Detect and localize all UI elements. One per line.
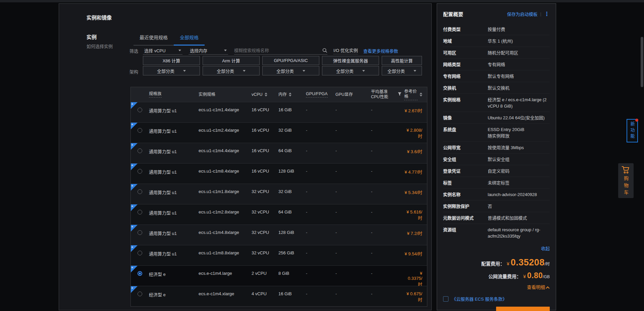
search-icon[interactable] [322, 48, 327, 53]
arch-subcategory-select[interactable]: 全部分类 [382, 66, 422, 75]
sort-icon[interactable] [420, 92, 422, 97]
spec-radio[interactable] [138, 189, 142, 194]
cart-icon [622, 166, 630, 174]
arch-category-column: X86 计算全部分类 [143, 56, 200, 75]
new-feature-badge[interactable]: 新功能 [627, 119, 638, 142]
shopping-cart-button[interactable]: 购物车 [618, 163, 634, 198]
header-cell[interactable]: 内存 [276, 92, 303, 97]
summary-item: 元数据访问模式普通模式和加固模式 [443, 212, 550, 224]
spec-row[interactable]: +经济型 eecs.e-c1m4.xlarge4 vCPU16 GiB---¥ … [131, 286, 427, 306]
spec-search-box [234, 47, 327, 55]
expand-corner-icon[interactable]: + [131, 143, 138, 150]
arch-category-button[interactable]: 高性能计算 [382, 56, 422, 65]
arch-subcategory-select[interactable]: 全部分类 [322, 66, 379, 75]
arch-subcategory-select[interactable]: 全部分类 [203, 66, 260, 75]
cell-family: 通用算力型 u1 [146, 102, 196, 114]
spec-table: 规格族实例规格vCPU内存GPU/FPGAGPU显存平均基准CPU性能参考价格 … [130, 87, 427, 307]
arch-category-button[interactable]: GPU/FPGA/ASIC [262, 56, 319, 65]
spec-radio[interactable] [138, 230, 142, 235]
spec-radio[interactable] [138, 169, 142, 174]
expand-corner-icon[interactable]: + [131, 184, 138, 191]
expand-corner-icon[interactable]: + [131, 204, 138, 211]
confirm-order-button[interactable]: 确认下单 [496, 307, 550, 311]
terms-checkbox[interactable] [443, 296, 448, 302]
cell-gpu: - [303, 225, 333, 235]
summary-item: 安全组默认安全组 [443, 153, 550, 165]
spec-radio[interactable] [138, 292, 142, 296]
vcpu-select[interactable]: 选择 vCPU [143, 47, 182, 55]
expand-corner-icon[interactable]: + [131, 164, 138, 170]
arch-category-button[interactable]: Arm 计算 [203, 56, 260, 65]
expand-corner-icon[interactable]: + [131, 225, 138, 232]
config-summary-panel: 配置概要 保存为启动模板 | ⋮ 付费类型按量付费地域华东 1 (杭州)可用区随… [437, 3, 556, 310]
spec-radio[interactable] [138, 148, 142, 153]
how-to-choose-link[interactable]: 如何选择实例 [87, 43, 113, 49]
summary-item-value: 默认专有网络 [488, 73, 550, 79]
filter-label: 筛选 [129, 48, 138, 54]
spec-radio[interactable] [138, 271, 142, 276]
plus-icon: + [131, 102, 133, 106]
arch-category-button[interactable]: 弹性裸金属服务器 [322, 56, 379, 65]
header-cell[interactable]: vCPU [249, 92, 276, 97]
summary-item: 实例释放保护否 [443, 200, 550, 212]
spec-radio[interactable] [138, 210, 142, 214]
header-cell[interactable]: 平均基准CPU性能 [368, 89, 401, 100]
spec-row[interactable]: +通用算力型 u1ecs.u1-c1m4.8xlarge32 vCPU128 G… [131, 225, 427, 245]
expand-corner-icon[interactable]: + [131, 266, 138, 272]
summary-item-label: 交换机 [443, 85, 488, 91]
instance-image-card: 实例和镜像 实例 如何选择实例 最近使用规格 全部规格 筛选 选择 vCPU 选… [59, 3, 432, 310]
chevron-down-icon [178, 50, 181, 51]
tab-all-specs[interactable]: 全部规格 [174, 33, 205, 46]
spec-row[interactable]: +通用算力型 u1ecs.u1-c1m1.4xlarge16 vCPU16 Gi… [131, 102, 427, 122]
sort-icon[interactable] [265, 92, 267, 97]
spec-search-input[interactable] [234, 48, 315, 53]
spec-row[interactable]: +通用算力型 u1ecs.u1-c1m4.4xlarge16 vCPU64 Gi… [131, 143, 427, 163]
cell-spec: ecs.u1-c1m2.8xlarge [196, 204, 249, 214]
sort-icon[interactable] [289, 92, 291, 97]
cell-gpu: - [303, 266, 333, 276]
config-fee-unit: /时 [545, 262, 550, 266]
collapse-link[interactable]: 收起 [541, 246, 550, 251]
spec-row[interactable]: +通用算力型 u1ecs.u1-c1m2.8xlarge32 vCPU64 Gi… [131, 204, 427, 225]
cell-spec: ecs.u1-c1m1.4xlarge [196, 102, 249, 112]
ecs-purchase-page: 实例和镜像 实例 如何选择实例 最近使用规格 全部规格 筛选 选择 vCPU 选… [0, 0, 644, 311]
expand-corner-icon[interactable]: + [131, 102, 138, 109]
config-fee-value: 0.35208 [511, 257, 545, 267]
arch-category-button[interactable]: X86 计算 [143, 56, 200, 65]
summary-item-label: 元数据访问模式 [443, 215, 488, 221]
spec-radio[interactable] [138, 128, 142, 133]
tab-recent-specs[interactable]: 最近使用规格 [133, 33, 174, 46]
header-cell[interactable]: 参考价格 [401, 89, 427, 100]
spec-row[interactable]: +通用算力型 u1ecs.u1-c1m8.8xlarge32 vCPU256 G… [131, 245, 427, 265]
arch-label: 架构 [129, 68, 138, 75]
summary-item-value: 按使用流量 3Mbps [488, 144, 550, 151]
io-optimized-label[interactable]: I/O 优化实例 [333, 47, 358, 54]
spec-radio[interactable] [138, 251, 142, 255]
spec-row[interactable]: +通用算力型 u1ecs.u1-c1m1.8xlarge32 vCPU32 Gi… [131, 184, 427, 204]
summary-item-label: 资源组 [443, 227, 488, 239]
filter-funnel-icon[interactable] [398, 92, 401, 97]
spec-row[interactable]: +经济型 eecs.e-c1m4.large2 vCPU8 GiB---¥ 0.… [131, 265, 427, 286]
cell-spec: ecs.u1-c1m8.4xlarge [196, 164, 249, 174]
expand-corner-icon[interactable]: + [131, 245, 138, 252]
save-launch-template-link[interactable]: 保存为启动模板 [507, 11, 538, 17]
spec-radio[interactable] [138, 108, 142, 112]
cell-vcpu: 4 vCPU [249, 286, 276, 296]
arch-category-row: X86 计算全部分类Arm 计算全部分类GPU/FPGA/ASIC全部分类弹性裸… [143, 56, 422, 75]
arch-subcategory-select[interactable]: 全部分类 [262, 66, 319, 75]
arch-subcategory-select[interactable]: 全部分类 [143, 66, 200, 75]
terms-link[interactable]: 《云服务器 ECS 服务条款》 [452, 296, 507, 302]
spec-row[interactable]: +通用算力型 u1ecs.u1-c1m2.4xlarge16 vCPU32 Gi… [131, 122, 427, 143]
expand-corner-icon[interactable]: + [131, 123, 138, 129]
more-menu-icon[interactable]: ⋮ [544, 11, 550, 17]
spec-row[interactable]: +通用算力型 u1ecs.u1-c1m8.4xlarge16 vCPU128 G… [131, 163, 427, 184]
cell-gpu: - [303, 102, 333, 112]
more-spec-params-link[interactable]: 查看更多规格参数 [363, 48, 398, 54]
memory-select[interactable]: 选择内存 [189, 47, 228, 55]
plus-icon: + [131, 204, 133, 208]
view-detail-link[interactable]: 查看明细 [443, 284, 550, 290]
scrollbar-thumb[interactable] [641, 37, 643, 87]
arch-category-column: GPU/FPGA/ASIC全部分类 [262, 56, 319, 75]
expand-corner-icon[interactable]: + [131, 286, 138, 293]
arch-category-column: 高性能计算全部分类 [382, 56, 422, 75]
